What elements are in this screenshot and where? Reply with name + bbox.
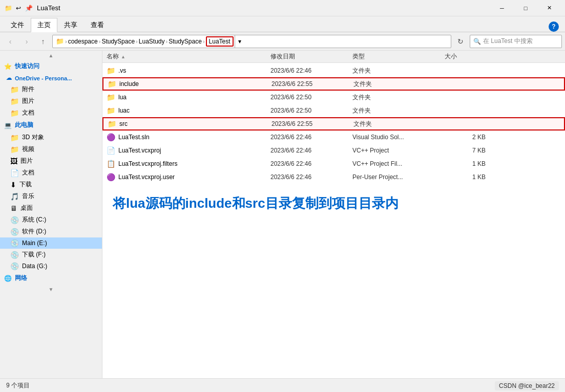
file-date: 2023/6/6 22:50: [270, 94, 352, 101]
up-button[interactable]: ↑: [36, 34, 50, 49]
sidebar-item-下载[interactable]: ⬇ 下载: [0, 179, 102, 190]
sidebar-item-图片2[interactable]: 🖼 图片: [0, 155, 102, 167]
title-bar-icons: 📁 ↩ 📌: [4, 4, 33, 12]
sidebar-item-文档2[interactable]: 📄 文档: [0, 167, 102, 179]
file-size: 7 KB: [445, 147, 486, 154]
minimize-button[interactable]: ─: [490, 0, 514, 16]
file-row-filters[interactable]: 📋 LuaTest.vcxproj.filters 2023/6/6 22:46…: [102, 157, 565, 170]
column-headers: 名称 ▲ 修改日期 类型 大小: [102, 51, 565, 63]
file-row-vcxproj[interactable]: 📄 LuaTest.vcxproj 2023/6/6 22:46 VC++ Pr…: [102, 144, 565, 157]
breadcrumb: 📁 › codespace › StudySpace › LuaStudy › …: [52, 35, 451, 48]
file-row-src[interactable]: 📁 src 2023/6/6 22:55 文件夹: [102, 117, 565, 130]
breadcrumb-dropdown[interactable]: ▾: [235, 35, 245, 48]
title-pin-icon[interactable]: 📌: [25, 4, 33, 12]
onedrive-header[interactable]: ☁ OneDrive - Persona...: [0, 73, 102, 83]
annotation-text: 将lua源码的include和src目录复制到项目目录内: [102, 184, 565, 217]
file-date: 2023/6/6 22:50: [270, 107, 352, 114]
quick-access-icon: ⭐: [4, 63, 12, 70]
drive-icon: 💿: [10, 239, 19, 247]
network-label: 网络: [15, 274, 27, 282]
col-header-type[interactable]: 类型: [352, 52, 445, 61]
breadcrumb-luatest[interactable]: LuaTest: [206, 36, 234, 47]
sidebar-item-label: 图片: [20, 157, 33, 165]
col-size-label: 大小: [445, 52, 457, 61]
file-type: 文件夹: [352, 93, 445, 102]
onedrive-label: OneDrive - Persona...: [15, 75, 72, 81]
forward-button[interactable]: ›: [19, 34, 34, 49]
sidebar-item-文档[interactable]: 📁 文档: [0, 107, 102, 119]
folder-icon: 📁: [107, 93, 115, 101]
file-name: luac: [118, 107, 130, 114]
back-button[interactable]: ‹: [3, 34, 17, 49]
search-bar[interactable]: 🔍 在 LuaTest 中搜索: [470, 35, 562, 48]
file-row-user[interactable]: 🟣 LuaTest.vcxproj.user 2023/6/6 22:46 Pe…: [102, 170, 565, 184]
sidebar-item-图片[interactable]: 📁 图片: [0, 95, 102, 107]
file-row-include[interactable]: 📁 include 2023/6/6 22:55 文件夹: [102, 77, 565, 91]
sidebar-item-label: 下载 (F:): [22, 250, 46, 259]
folder-icon: 📁: [107, 67, 115, 75]
title-bar: 📁 ↩ 📌 LuaTest ─ □ ✕: [0, 0, 565, 16]
tab-file[interactable]: 文件: [4, 18, 31, 32]
folder-icon: 🖥: [10, 204, 17, 212]
drive-icon: 💿: [10, 262, 19, 270]
folder-icon: 📁: [108, 120, 116, 128]
refresh-button[interactable]: ↻: [453, 34, 468, 49]
sidebar-item-桌面[interactable]: 🖥 桌面: [0, 202, 102, 214]
col-type-label: 类型: [352, 52, 365, 61]
sidebar-item-附件[interactable]: 📁 附件: [0, 83, 102, 95]
sidebar-item-音乐[interactable]: 🎵 音乐: [0, 190, 102, 202]
file-date: 2023/6/6 22:46: [270, 134, 352, 141]
undo-icon[interactable]: ↩: [14, 4, 23, 12]
file-row-luac[interactable]: 📁 luac 2023/6/6 22:50 文件夹: [102, 104, 565, 117]
tab-share[interactable]: 共享: [57, 18, 84, 32]
sidebar-item-label: 图片: [22, 97, 34, 105]
file-row-vs[interactable]: 📁 .vs 2023/6/6 22:46 文件夹: [102, 64, 565, 77]
quick-access-header[interactable]: ⭐ 快速访问: [0, 60, 102, 73]
sidebar-item-drive-c[interactable]: 💿 系统 (C:): [0, 214, 102, 226]
folder-icon: 📁: [107, 106, 115, 115]
file-type: 文件夹: [353, 80, 446, 89]
network-icon: 🌐: [4, 275, 12, 282]
breadcrumb-codespace[interactable]: codespace: [68, 38, 98, 45]
file-type: 文件夹: [353, 120, 446, 128]
col-date-label: 修改日期: [270, 52, 295, 61]
sidebar-item-drive-g[interactable]: 💿 Data (G:): [0, 260, 102, 272]
file-row-sln[interactable]: 🟣 LuaTest.sln 2023/6/6 22:46 Visual Stud…: [102, 130, 565, 144]
breadcrumb-icon: 📁: [56, 37, 64, 45]
col-header-date[interactable]: 修改日期: [270, 52, 352, 61]
tab-view[interactable]: 查看: [84, 18, 111, 32]
user-icon: 🟣: [107, 173, 115, 181]
file-name: LuaTest.sln: [118, 134, 150, 141]
sidebar-item-drive-e[interactable]: 💿 Main (E:): [0, 237, 102, 249]
sidebar-item-视频[interactable]: 📁 视频: [0, 143, 102, 155]
col-header-size[interactable]: 大小: [445, 52, 486, 61]
file-name: lua: [118, 94, 127, 101]
file-size: 1 KB: [445, 173, 486, 181]
file-date: 2023/6/6 22:46: [270, 173, 352, 181]
tab-home[interactable]: 主页: [31, 18, 57, 32]
file-type: 文件夹: [352, 106, 445, 115]
sidebar-scroll-up[interactable]: ▲: [0, 51, 102, 60]
sidebar-item-drive-d[interactable]: 💿 软件 (D:): [0, 226, 102, 237]
col-header-name[interactable]: 名称 ▲: [107, 52, 270, 61]
quick-access-icon: 📁: [4, 4, 12, 12]
file-date: 2023/6/6 22:46: [270, 67, 352, 74]
this-pc-header[interactable]: 💻 此电脑: [0, 119, 102, 132]
sidebar-item-3d[interactable]: 📁 3D 对象: [0, 132, 102, 143]
breadcrumb-studyspace1[interactable]: StudySpace: [101, 38, 135, 45]
network-header[interactable]: 🌐 网络: [0, 272, 102, 285]
this-pc-icon: 💻: [4, 122, 12, 129]
sidebar-item-label: 视频: [22, 145, 34, 154]
close-button[interactable]: ✕: [537, 0, 561, 16]
sidebar-scroll-down[interactable]: ▼: [0, 285, 102, 294]
breadcrumb-luastudy[interactable]: LuaStudy: [139, 38, 165, 45]
drive-icon: 💿: [10, 216, 19, 224]
folder-icon: ⬇: [10, 181, 16, 189]
file-row-lua[interactable]: 📁 lua 2023/6/6 22:50 文件夹: [102, 91, 565, 104]
breadcrumb-studyspace2[interactable]: StudySpace: [169, 38, 202, 45]
help-button[interactable]: ?: [549, 21, 559, 32]
sidebar-item-drive-f[interactable]: 💿 下载 (F:): [0, 249, 102, 260]
sidebar-item-label: 文档: [22, 108, 34, 117]
maximize-button[interactable]: □: [514, 0, 537, 16]
main-area: ▲ ⭐ 快速访问 ☁ OneDrive - Persona... 📁 附件 📁 …: [0, 51, 565, 378]
